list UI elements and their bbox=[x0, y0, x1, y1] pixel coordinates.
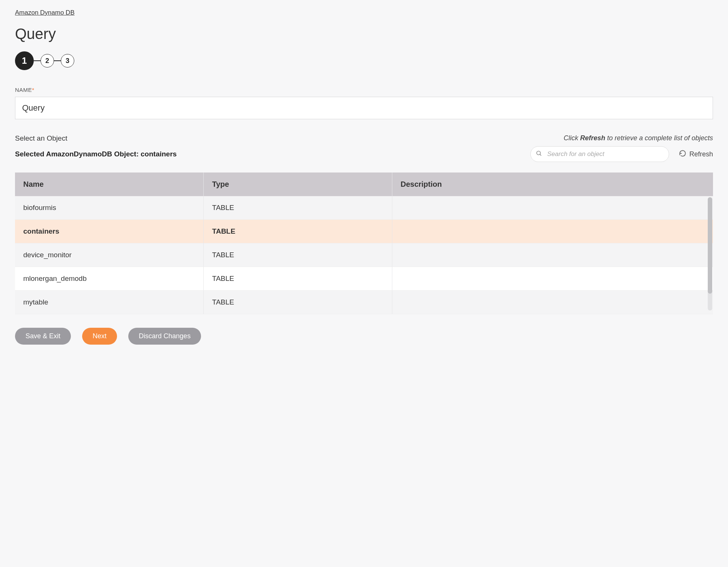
breadcrumb-link[interactable]: Amazon Dynamo DB bbox=[15, 9, 75, 16]
stepper: 1 2 3 bbox=[15, 51, 713, 70]
table-row[interactable]: mytableTABLE bbox=[15, 291, 713, 314]
discard-button[interactable]: Discard Changes bbox=[128, 328, 201, 345]
step-connector bbox=[34, 60, 41, 61]
refresh-hint: Click Refresh to retrieve a complete lis… bbox=[564, 134, 713, 142]
svg-line-1 bbox=[540, 154, 541, 156]
table-cell-name: containers bbox=[15, 220, 203, 243]
table-cell-description bbox=[392, 196, 713, 220]
table-cell-type: TABLE bbox=[203, 196, 392, 220]
select-object-label: Select an Object bbox=[15, 134, 67, 142]
refresh-label: Refresh bbox=[689, 150, 713, 158]
table-cell-name: device_monitor bbox=[15, 243, 203, 267]
table-cell-name: mlonergan_demodb bbox=[15, 267, 203, 291]
refresh-button[interactable]: Refresh bbox=[679, 150, 713, 159]
table-cell-type: TABLE bbox=[203, 267, 392, 291]
button-row: Save & Exit Next Discard Changes bbox=[15, 328, 713, 345]
search-wrap bbox=[530, 146, 669, 162]
table-row[interactable]: device_monitorTABLE bbox=[15, 243, 713, 267]
step-connector bbox=[54, 60, 61, 61]
table-cell-description bbox=[392, 291, 713, 314]
next-button[interactable]: Next bbox=[82, 328, 117, 345]
table-cell-name: biofourmis bbox=[15, 196, 203, 220]
step-1[interactable]: 1 bbox=[15, 51, 34, 70]
search-input[interactable] bbox=[530, 146, 669, 162]
table-row[interactable]: containersTABLE bbox=[15, 220, 713, 243]
column-header-name[interactable]: Name bbox=[15, 172, 203, 196]
table-cell-type: TABLE bbox=[203, 243, 392, 267]
table-cell-description bbox=[392, 243, 713, 267]
required-indicator: * bbox=[32, 87, 34, 93]
object-table: Name Type Description biofourmisTABLEcon… bbox=[15, 172, 713, 314]
step-2[interactable]: 2 bbox=[41, 54, 54, 68]
table-cell-type: TABLE bbox=[203, 291, 392, 314]
name-field-label: NAME* bbox=[15, 87, 713, 93]
object-table-container: Name Type Description biofourmisTABLEcon… bbox=[15, 172, 713, 314]
column-header-type[interactable]: Type bbox=[203, 172, 392, 196]
svg-point-0 bbox=[537, 151, 540, 155]
selected-object-text: Selected AmazonDynamoDB Object: containe… bbox=[15, 150, 177, 158]
table-cell-name: mytable bbox=[15, 291, 203, 314]
table-row[interactable]: mlonergan_demodbTABLE bbox=[15, 267, 713, 291]
name-input[interactable] bbox=[15, 97, 713, 119]
table-row[interactable]: biofourmisTABLE bbox=[15, 196, 713, 220]
scrollbar-thumb[interactable] bbox=[708, 197, 712, 294]
table-cell-description bbox=[392, 220, 713, 243]
search-icon bbox=[536, 150, 542, 158]
table-cell-description bbox=[392, 267, 713, 291]
column-header-description[interactable]: Description bbox=[392, 172, 713, 196]
step-3[interactable]: 3 bbox=[61, 54, 74, 68]
refresh-icon bbox=[679, 150, 686, 159]
scrollbar[interactable] bbox=[708, 197, 712, 310]
table-cell-type: TABLE bbox=[203, 220, 392, 243]
save-exit-button[interactable]: Save & Exit bbox=[15, 328, 71, 345]
page-title: Query bbox=[15, 26, 713, 42]
